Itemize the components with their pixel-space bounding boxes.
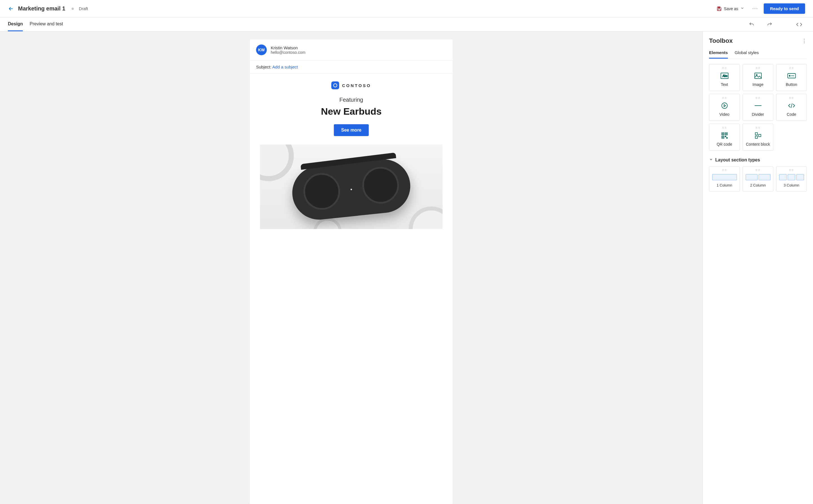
sender-email: hello@contoso.com (271, 50, 305, 55)
code-view-icon[interactable] (793, 19, 805, 30)
email-card: KW Kristin Watson hello@contoso.com Subj… (250, 39, 453, 504)
content-block-icon (755, 132, 761, 139)
toolbox-tab-global-styles[interactable]: Global styles (735, 47, 759, 59)
element-label: Image (752, 82, 763, 87)
layout-label: 2 Column (750, 183, 766, 187)
sender-row[interactable]: KW Kristin Watson hello@contoso.com (250, 39, 453, 61)
svg-text:Abc: Abc (723, 74, 727, 77)
hero-title: New Earbuds (260, 106, 443, 117)
element-label: Text (721, 82, 728, 87)
drag-handle-icon: ⠿⠿ (722, 127, 727, 129)
status-label: Draft (79, 6, 88, 11)
header-bar: Marketing email 1 Draft Save as ··· Read… (0, 0, 813, 17)
save-icon (717, 6, 722, 11)
page-title: Marketing email 1 (18, 5, 65, 12)
element-qr-code[interactable]: ⠿⠿ QR code (709, 124, 740, 151)
qr-code-icon (721, 132, 728, 139)
svg-rect-0 (718, 7, 720, 8)
subject-row[interactable]: Subject: Add a subject (250, 61, 453, 74)
tab-preview-test[interactable]: Preview and test (30, 17, 63, 31)
save-as-button[interactable]: Save as (714, 5, 747, 13)
element-label: QR code (717, 142, 732, 146)
element-code[interactable]: ⠿⠿ Code (776, 94, 807, 121)
layout-label: 3 Column (784, 183, 799, 187)
svg-point-7 (789, 75, 790, 76)
layout-section-header[interactable]: Layout section types (709, 157, 807, 163)
layout-grid: ⠿⠿ 1 Column ⠿⠿ 2 Column ⠿⠿ 3 Column (709, 166, 807, 192)
element-content-block[interactable]: ⠿⠿ Content block (743, 124, 773, 151)
subject-label: Subject: (256, 65, 271, 69)
element-grid: ⠿⠿ Abc Text ⠿⠿ Image ⠿⠿ (709, 64, 807, 151)
layout-1-column[interactable]: ⠿⠿ 1 Column (709, 166, 740, 192)
redo-icon[interactable] (764, 19, 775, 30)
element-label: Video (719, 112, 730, 117)
view-tabs: Design Preview and test (0, 17, 813, 32)
drag-handle-icon: ⠿⠿ (789, 68, 794, 69)
canvas-area[interactable]: KW Kristin Watson hello@contoso.com Subj… (0, 32, 703, 504)
undo-icon[interactable] (746, 19, 757, 30)
toolbox-title: Toolbox (709, 37, 733, 45)
email-body[interactable]: CONTOSO Featuring New Earbuds See more (250, 74, 453, 229)
svg-point-9 (722, 103, 727, 108)
svg-rect-14 (723, 134, 723, 134)
brand-name: CONTOSO (342, 83, 371, 88)
more-horizontal-icon[interactable]: ··· (750, 4, 760, 13)
sender-name: Kristin Watson (271, 45, 305, 50)
svg-rect-1 (718, 9, 720, 10)
element-text[interactable]: ⠿⠿ Abc Text (709, 64, 740, 91)
toolbox-tab-elements[interactable]: Elements (709, 47, 728, 59)
back-arrow-icon[interactable] (8, 6, 14, 12)
drag-handle-icon: ⠿⠿ (722, 170, 727, 171)
element-label: Content block (746, 142, 770, 146)
add-subject-link[interactable]: Add a subject (272, 65, 298, 69)
drag-handle-icon: ⠿⠿ (789, 97, 794, 99)
svg-rect-17 (725, 136, 726, 137)
drag-handle-icon: ⠿⠿ (756, 170, 761, 171)
drag-handle-icon: ⠿⠿ (722, 97, 727, 99)
status-dot-icon (72, 8, 74, 10)
drag-handle-icon: ⠿⠿ (756, 127, 761, 129)
button-icon (787, 72, 796, 79)
element-divider[interactable]: ⠿⠿ Divider (743, 94, 773, 121)
layout-section-title: Layout section types (715, 157, 760, 163)
drag-handle-icon: ⠿⠿ (722, 68, 727, 69)
element-label: Button (786, 82, 797, 87)
svg-rect-16 (723, 137, 723, 137)
hero-image[interactable] (260, 145, 443, 229)
svg-rect-18 (727, 137, 727, 138)
video-icon (721, 102, 728, 109)
brand-row: CONTOSO (260, 81, 443, 89)
chevron-down-icon (709, 157, 713, 163)
drag-handle-icon: ⠿⠿ (756, 97, 761, 99)
layout-2-column[interactable]: ⠿⠿ 2 Column (743, 166, 773, 192)
element-video[interactable]: ⠿⠿ Video (709, 94, 740, 121)
chevron-down-icon (740, 6, 744, 11)
text-icon: Abc (721, 72, 728, 79)
code-icon (788, 102, 795, 109)
svg-rect-19 (755, 133, 758, 135)
avatar: KW (256, 45, 267, 55)
drag-handle-icon: ⠿⠿ (789, 170, 794, 171)
toolbox-panel: Toolbox ⋮ Elements Global styles ⠿⠿ Abc … (703, 32, 813, 504)
see-more-button[interactable]: See more (334, 124, 369, 136)
layout-label: 1 Column (717, 183, 732, 187)
svg-rect-20 (755, 136, 758, 138)
drag-handle-icon: ⠿⠿ (756, 68, 761, 69)
element-label: Divider (752, 112, 764, 117)
layout-3-column[interactable]: ⠿⠿ 3 Column (776, 166, 807, 192)
save-as-label: Save as (724, 6, 738, 11)
element-button[interactable]: ⠿⠿ Button (776, 64, 807, 91)
svg-rect-15 (726, 134, 727, 134)
featuring-text: Featuring (260, 97, 443, 103)
tab-design[interactable]: Design (8, 17, 23, 31)
ready-to-send-button[interactable]: Ready to send (764, 3, 805, 14)
element-label: Code (787, 112, 796, 117)
svg-rect-4 (755, 73, 761, 79)
more-vertical-icon[interactable]: ⋮ (802, 38, 807, 44)
divider-icon (754, 102, 762, 109)
brand-logo-icon (331, 81, 339, 89)
image-icon (754, 72, 762, 79)
element-image[interactable]: ⠿⠿ Image (743, 64, 773, 91)
svg-rect-21 (759, 134, 761, 137)
